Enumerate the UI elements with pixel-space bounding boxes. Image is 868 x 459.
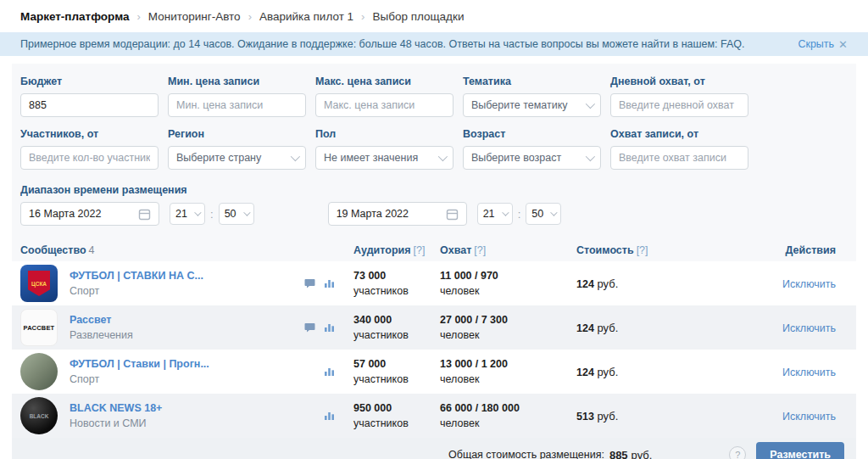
daily-reach-label: Дневной охват, от bbox=[610, 76, 748, 87]
chevron-down-icon bbox=[586, 99, 595, 109]
table-row: РАССВЕТ Рассвет Развлечения 340 000 учас… bbox=[12, 305, 856, 350]
cost-header-label: Стоимость bbox=[576, 244, 634, 256]
comment-icon[interactable] bbox=[304, 278, 315, 288]
filters-form: Бюджет Мин. цена записи Макс. цена запис… bbox=[20, 76, 848, 170]
reach-cell: 13 000 / 1 200 человек bbox=[440, 358, 576, 385]
avatar-label: ЦСКА bbox=[28, 271, 50, 296]
budget-input[interactable] bbox=[20, 93, 159, 117]
max-price-input[interactable] bbox=[315, 93, 453, 117]
audience-cell: 340 000 участников bbox=[353, 314, 440, 341]
age-select-value: Выберите возраст bbox=[471, 152, 561, 164]
community-name-link[interactable]: BLACK NEWS 18+ bbox=[70, 402, 162, 414]
audience-value: 340 000 bbox=[353, 314, 440, 326]
audience-unit: участников bbox=[353, 285, 440, 297]
moderation-info-banner: Примерное время модерации: до 14 часов. … bbox=[0, 32, 868, 56]
date-range-label: Диапазон времени размещения bbox=[20, 184, 848, 196]
min-price-label: Мин. цена записи bbox=[168, 76, 306, 87]
breadcrumb-item-market-platform[interactable]: Маркет-платформа bbox=[20, 10, 129, 23]
max-price-field: Макс. цена записи bbox=[315, 76, 453, 117]
avatar[interactable]: ЦСКА bbox=[20, 265, 58, 302]
exclude-button[interactable]: Исключить bbox=[782, 411, 836, 423]
age-select[interactable]: Выберите возраст bbox=[463, 146, 601, 170]
community-info: BLACK NEWS 18+ Новости и СМИ bbox=[70, 402, 162, 429]
min-price-field: Мин. цена записи bbox=[168, 76, 306, 117]
exclude-button[interactable]: Исключить bbox=[782, 367, 836, 378]
help-badge[interactable]: [?] bbox=[414, 244, 426, 256]
date-range-row: 16 Марта 2022 21 : 50 19 Марта 2022 21 :… bbox=[20, 202, 848, 226]
breadcrumb-item-platform-select[interactable]: Выбор площадки bbox=[372, 10, 464, 23]
audience-value: 950 000 bbox=[353, 402, 440, 414]
end-minute-select[interactable]: 50 bbox=[526, 203, 561, 225]
region-select-value: Выберите страну bbox=[176, 152, 261, 164]
breadcrumb-item-monitoring-auto[interactable]: Мониторинг-Авто bbox=[148, 10, 241, 23]
age-label: Возраст bbox=[463, 128, 601, 140]
post-reach-input[interactable] bbox=[610, 146, 748, 170]
cost-cell: 124 руб. bbox=[576, 322, 721, 334]
community-cell: BLACK BLACK NEWS 18+ Новости и СМИ bbox=[20, 394, 353, 438]
start-hour-select[interactable]: 21 bbox=[170, 203, 205, 225]
community-name-link[interactable]: Рассвет bbox=[70, 314, 133, 326]
members-field: Участников, от bbox=[20, 128, 159, 170]
placement-panel: Бюджет Мин. цена записи Макс. цена запис… bbox=[12, 64, 856, 459]
post-reach-field: Охват записи, от bbox=[610, 128, 748, 170]
region-select[interactable]: Выберите страну bbox=[168, 146, 306, 170]
daily-reach-input[interactable] bbox=[610, 93, 748, 117]
breadcrumb-separator-icon: › bbox=[136, 10, 140, 23]
community-name-link[interactable]: ФУТБОЛ | Ставки | Прогн... bbox=[70, 358, 209, 370]
end-minute-value: 50 bbox=[531, 208, 543, 220]
community-info: ФУТБОЛ | Ставки | Прогн... Спорт bbox=[70, 358, 209, 385]
cost-cell: 513 руб. bbox=[576, 410, 721, 423]
community-category: Новости и СМИ bbox=[70, 417, 162, 429]
avatar[interactable]: BLACK bbox=[20, 397, 58, 434]
submit-placement-button[interactable]: Разместить bbox=[756, 442, 844, 459]
bar-chart-icon[interactable] bbox=[324, 367, 335, 377]
cost-cell: 124 руб. bbox=[576, 277, 721, 290]
post-reach-label: Охват записи, от bbox=[610, 128, 748, 140]
start-minute-value: 50 bbox=[225, 208, 236, 220]
breadcrumb-item-avariyka-pilot[interactable]: Аварийка пилот 1 bbox=[259, 10, 353, 23]
column-header-reach: Охват[?] bbox=[440, 244, 576, 256]
bar-chart-icon[interactable] bbox=[324, 411, 335, 421]
bar-chart-icon[interactable] bbox=[324, 322, 335, 333]
gender-field: Пол Не имеет значения bbox=[315, 128, 453, 170]
avatar-label: РАССВЕТ bbox=[24, 324, 55, 332]
cost-unit: руб. bbox=[597, 366, 618, 378]
communities-table-header: Сообщество4 Аудитория[?] Охват[?] Стоимо… bbox=[20, 239, 848, 261]
close-icon[interactable]: ✕ bbox=[838, 38, 848, 51]
community-name-link[interactable]: ФУТБОЛ | СТАВКИ НА С... bbox=[70, 270, 203, 282]
theme-select[interactable]: Выберите тематику bbox=[463, 93, 601, 117]
exclude-button[interactable]: Исключить bbox=[782, 322, 836, 334]
avatar[interactable] bbox=[20, 353, 58, 390]
breadcrumb-separator-icon: › bbox=[361, 10, 364, 23]
start-date-input[interactable]: 16 Марта 2022 bbox=[20, 202, 159, 226]
bar-chart-icon[interactable] bbox=[324, 278, 335, 288]
end-date-input[interactable]: 19 Марта 2022 bbox=[328, 202, 467, 226]
table-row: ФУТБОЛ | Ставки | Прогн... Спорт 57 000 … bbox=[12, 350, 856, 394]
members-input[interactable] bbox=[20, 146, 159, 170]
help-badge[interactable]: [?] bbox=[637, 244, 648, 256]
min-price-input[interactable] bbox=[168, 93, 306, 117]
theme-label: Тематика bbox=[463, 76, 601, 87]
exclude-button[interactable]: Исключить bbox=[782, 278, 836, 290]
community-info: ФУТБОЛ | СТАВКИ НА С... Спорт bbox=[70, 270, 203, 297]
community-count: 4 bbox=[89, 244, 95, 256]
members-label: Участников, от bbox=[20, 128, 159, 140]
help-icon[interactable]: ? bbox=[729, 446, 746, 459]
banner-hide-button[interactable]: Скрыть ✕ bbox=[798, 38, 848, 51]
avatar[interactable]: РАССВЕТ bbox=[20, 309, 58, 346]
calendar-icon bbox=[138, 208, 151, 221]
row-icons bbox=[304, 322, 353, 333]
total-cost-value: 885 bbox=[609, 449, 628, 459]
gender-select[interactable]: Не имеет значения bbox=[315, 146, 453, 170]
community-category: Развлечения bbox=[70, 329, 133, 341]
age-field: Возраст Выберите возраст bbox=[463, 128, 601, 170]
start-date-value: 16 Марта 2022 bbox=[29, 208, 101, 220]
comment-icon[interactable] bbox=[304, 322, 315, 333]
chevron-down-icon bbox=[243, 209, 250, 216]
start-minute-select[interactable]: 50 bbox=[219, 203, 254, 225]
region-label: Регион bbox=[168, 128, 306, 140]
start-hour-value: 21 bbox=[175, 208, 187, 220]
end-hour-select[interactable]: 21 bbox=[477, 203, 513, 225]
help-badge[interactable]: [?] bbox=[474, 244, 486, 256]
community-header-label: Сообщество bbox=[20, 244, 86, 256]
